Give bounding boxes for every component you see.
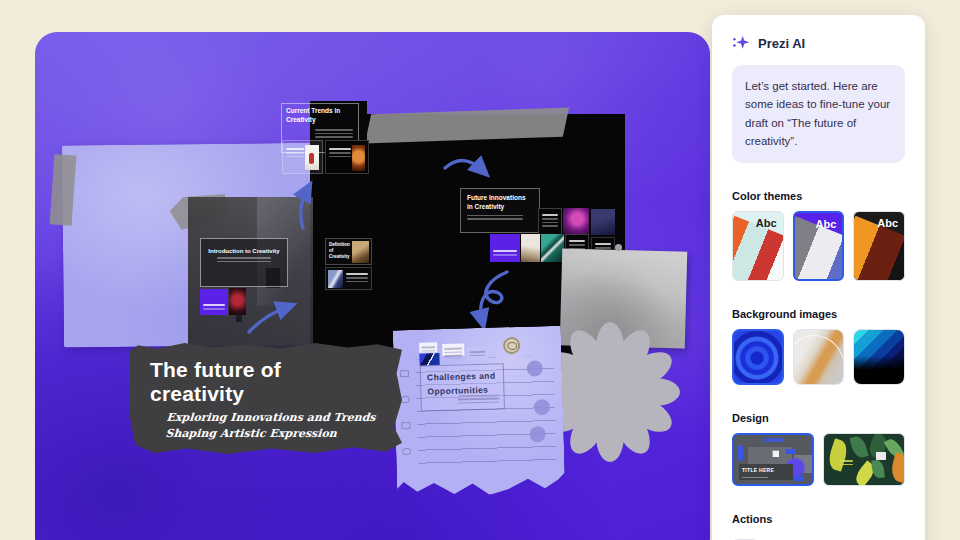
design-accent [786, 449, 796, 454]
background-image-beige-swirl[interactable] [793, 329, 845, 385]
ai-message-bubble: Let’s get started. Here are some ideas t… [732, 65, 905, 163]
swatch-sample-text: Abc [756, 217, 777, 229]
design-accent [764, 438, 784, 442]
design-option-leaves[interactable] [823, 433, 905, 486]
panel-title: Prezi AI [758, 36, 805, 51]
design-option-collage[interactable]: TITLE HERE [732, 433, 814, 486]
color-theme-light[interactable]: Abc [732, 211, 784, 281]
pin-dot [615, 244, 622, 251]
margin-doodle [401, 396, 410, 403]
background-images-label: Background images [732, 308, 905, 320]
slide-title: Current Trends in Creativity [286, 107, 344, 125]
leaf-shape [889, 452, 905, 484]
design-accent [794, 476, 804, 481]
design-accent [738, 445, 743, 461]
color-theme-purple[interactable]: Abc [793, 211, 845, 281]
notepad-challenges[interactable]: Challenges and Opportunities [393, 326, 566, 498]
background-image-blue-flower[interactable] [732, 329, 784, 385]
notepad-chip [467, 347, 487, 361]
design-titlebar: TITLE HERE [739, 464, 793, 480]
slide-main-card[interactable]: Introduction to Creativity [200, 238, 288, 287]
sub-slide-image [328, 270, 343, 288]
sub-slide-image [352, 241, 369, 263]
sub-slide-card[interactable] [538, 208, 562, 235]
slide-card-current-trends[interactable]: Current Trends in Creativity [281, 101, 371, 177]
hero-title: The future of creativity [150, 358, 330, 406]
hero-subtitle: Exploring Innovations and Trends Shaping… [165, 410, 392, 442]
sub-slide-card[interactable] [325, 267, 372, 290]
swatch-sample-text: Abc [877, 217, 898, 229]
slide-main-card[interactable]: Future Innovations in Creativity [460, 188, 540, 233]
leaf-shape [871, 459, 885, 478]
sub-slide-card-definition[interactable]: Definition of Creativity [325, 238, 372, 265]
design-row: TITLE HERE [732, 433, 905, 486]
margin-doodle [402, 448, 411, 455]
hero-title-paper[interactable]: The future of creativity Exploring Innov… [130, 342, 402, 454]
sub-slide-image [305, 145, 319, 170]
color-themes-label: Color themes [732, 190, 905, 202]
sub-slide-image[interactable] [563, 208, 589, 235]
margin-doodle [400, 370, 409, 377]
leaf-shape [849, 434, 868, 459]
swatch-sample-text: Abc [816, 218, 837, 230]
background-image-dark-geometric[interactable] [853, 329, 905, 385]
presentation-canvas[interactable]: Current Trends in Creativity Future Inno… [35, 32, 710, 540]
slide-title: Introduction to Creativity [205, 247, 283, 255]
sub-slide-image[interactable] [521, 234, 540, 262]
sub-slide-image[interactable] [229, 288, 246, 315]
slide-card-introduction[interactable]: Introduction to Creativity Definition of… [200, 238, 375, 326]
sub-slide-card[interactable] [282, 140, 323, 174]
notepad-chip [419, 342, 437, 352]
prezi-ai-panel: Prezi AI Let’s get started. Here are som… [712, 15, 925, 540]
design-title-text: TITLE HERE [742, 467, 774, 473]
round-sticker [501, 335, 522, 356]
slide-body-placeholder [315, 127, 353, 140]
slide-title: Definition of Creativity [329, 242, 353, 260]
sub-slide-card[interactable] [325, 140, 369, 174]
notepad-chip [442, 343, 464, 356]
sub-slide-image[interactable] [591, 209, 615, 235]
actions-label: Actions [732, 513, 905, 525]
background-images-row [732, 329, 905, 385]
sub-slide-card-purple[interactable] [490, 234, 520, 262]
design-square [772, 450, 779, 457]
design-chip [876, 452, 886, 460]
design-label: Design [732, 412, 905, 424]
sub-slide-image[interactable] [541, 234, 564, 262]
sparkle-icon [732, 34, 750, 52]
color-themes-row: Abc Abc Abc [732, 211, 905, 281]
margin-doodle [401, 422, 410, 429]
sub-slide-image [352, 145, 365, 171]
color-theme-dark[interactable]: Abc [853, 211, 905, 281]
sub-slide-card-purple[interactable] [200, 289, 228, 315]
notepad-image [419, 353, 439, 366]
notepad-title-box: Challenges and Opportunities [420, 363, 505, 411]
slide-title: Future Innovations in Creativity [467, 194, 529, 212]
panel-header: Prezi AI [732, 34, 905, 52]
